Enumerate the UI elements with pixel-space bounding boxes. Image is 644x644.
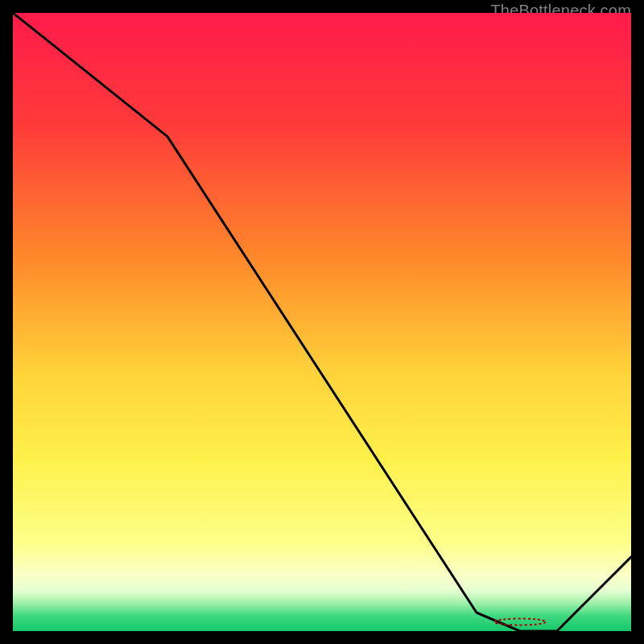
chart-frame: TheBottleneck.com xyxy=(13,13,631,631)
plot-area xyxy=(13,13,631,631)
svg-point-1 xyxy=(494,618,546,625)
line-series xyxy=(13,13,631,631)
